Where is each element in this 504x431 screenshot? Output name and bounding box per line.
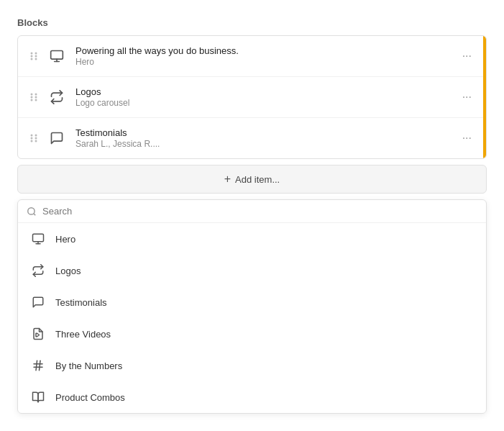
block-subtitle-hero: Hero [75,57,452,67]
dropdown-item-three-videos[interactable]: Three Videos [18,318,486,350]
dropdown-icon-product-combos [29,389,47,406]
svg-point-15 [31,135,33,137]
svg-point-1 [35,53,37,55]
block-more-logos[interactable]: ··· [459,88,475,106]
dropdown-label-logos: Logos [55,266,81,276]
svg-point-19 [31,140,33,142]
dropdown-item-product-combos[interactable]: Product Combos [18,381,486,413]
dropdown-label-by-the-numbers: By the Numbers [55,360,122,371]
drag-handle-2[interactable] [29,91,38,103]
add-item-button[interactable]: + Add item... [17,165,487,194]
svg-point-3 [35,55,37,58]
dropdown-icon-testimonials [29,294,47,311]
svg-point-18 [35,137,37,140]
dropdown-item-by-the-numbers[interactable]: By the Numbers [18,350,486,381]
svg-point-5 [35,58,37,60]
svg-point-2 [31,55,33,58]
block-info-logos: Logos Logo carousel [75,86,452,108]
svg-point-10 [35,94,37,96]
block-subtitle-testimonials: Sarah L., Jessica R.... [75,139,452,149]
svg-marker-26 [36,333,40,337]
svg-rect-6 [51,51,63,60]
block-icon-logos [45,86,68,109]
svg-point-20 [35,140,37,142]
svg-point-14 [35,99,37,101]
svg-point-16 [35,135,37,137]
block-info-testimonials: Testimonials Sarah L., Jessica R.... [75,127,452,149]
svg-point-4 [31,58,33,60]
section-label: Blocks [17,17,487,28]
svg-line-30 [40,360,41,371]
dropdown-icon-hero [29,230,47,248]
svg-rect-23 [33,234,44,242]
svg-line-29 [36,360,37,371]
dropdown-icon-by-the-numbers [29,357,47,374]
dropdown-icon-logos [29,262,47,279]
block-item-hero: Powering all the ways you do business. H… [18,36,486,77]
svg-point-13 [31,99,33,101]
svg-point-11 [31,96,33,99]
dropdown-label-three-videos: Three Videos [55,329,111,340]
svg-point-17 [31,137,33,140]
dropdown-item-hero[interactable]: Hero [18,223,486,255]
block-subtitle-logos: Logo carousel [75,98,452,108]
block-more-testimonials[interactable]: ··· [459,129,475,148]
drag-handle-3[interactable] [29,132,38,144]
dropdown-icon-three-videos [29,325,47,342]
blocks-container: Powering all the ways you do business. H… [17,35,487,159]
dropdown-label-product-combos: Product Combos [55,392,125,403]
block-more-hero[interactable]: ··· [459,47,475,65]
search-box [18,200,486,223]
block-title-hero: Powering all the ways you do business. [75,45,452,56]
block-item-testimonials: Testimonials Sarah L., Jessica R.... ··· [18,118,486,158]
dropdown-item-logos[interactable]: Logos [18,255,486,286]
svg-point-0 [31,53,33,55]
add-icon: + [224,173,231,186]
svg-line-22 [34,213,36,215]
block-icon-hero [45,45,68,68]
dropdown-container: Hero Logos Testimonials [17,199,487,414]
dropdown-item-testimonials[interactable]: Testimonials [18,286,486,318]
search-input[interactable] [42,206,477,217]
drag-handle-1[interactable] [29,50,38,62]
dropdown-label-testimonials: Testimonials [55,297,107,308]
block-title-testimonials: Testimonials [75,127,452,138]
svg-point-9 [31,94,33,96]
svg-point-21 [28,207,35,214]
block-item-logos: Logos Logo carousel ··· [18,77,486,118]
block-title-logos: Logos [75,86,452,97]
dropdown-label-hero: Hero [55,234,75,245]
search-icon [27,207,37,217]
block-icon-testimonials [45,127,68,150]
svg-point-12 [35,96,37,99]
add-item-label: Add item... [235,174,280,185]
block-info-hero: Powering all the ways you do business. H… [75,45,452,67]
